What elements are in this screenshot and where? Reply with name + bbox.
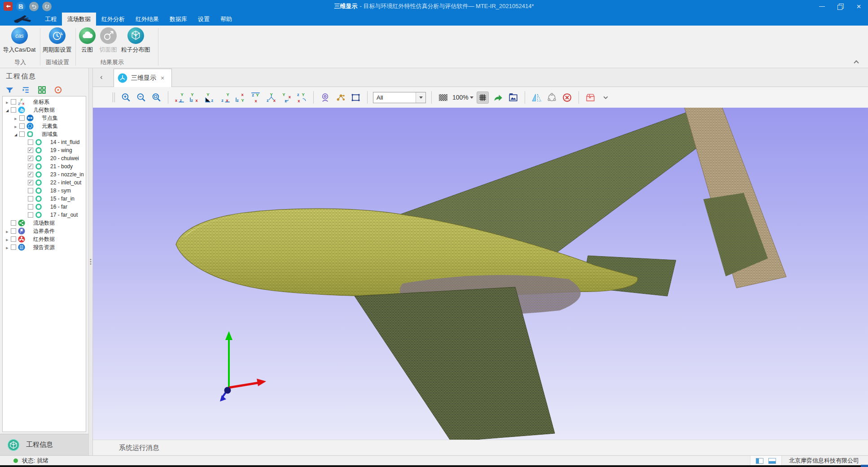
section-box-icon[interactable] xyxy=(584,92,596,104)
tree-expander-icon[interactable]: ▶ xyxy=(13,123,18,129)
panel-splitter[interactable]: ••• xyxy=(88,68,93,455)
grid-toggle-icon[interactable] xyxy=(477,92,489,104)
display-filter-combo[interactable]: All xyxy=(373,92,426,103)
tree-row-报告资源[interactable]: ▶报告资源 xyxy=(3,243,86,251)
tree-row-20---chuiwei[interactable]: 20 - chuiwei xyxy=(3,154,86,162)
close-icon[interactable]: × xyxy=(856,4,862,9)
menu-item-1[interactable]: 流场数据 xyxy=(62,13,96,26)
ribbon-button-4[interactable]: 粒子分布图 xyxy=(111,27,160,54)
ambient-sphere-icon[interactable] xyxy=(546,92,558,104)
undo-icon[interactable] xyxy=(29,2,39,11)
tree-expander-icon[interactable]: ◢ xyxy=(13,131,18,137)
tree-row-红外数据[interactable]: ▶红外数据 xyxy=(3,235,86,243)
grid-view-icon[interactable] xyxy=(37,85,47,95)
tab-scroll-left-icon[interactable]: ‹ xyxy=(100,73,103,82)
front-view-icon[interactable]: xzY xyxy=(174,92,186,104)
tree-checkbox[interactable] xyxy=(28,180,33,185)
log-panel-header[interactable]: 系统运行消息 xyxy=(93,440,868,455)
layout-bottom-icon[interactable] xyxy=(768,458,776,464)
tree-list-icon[interactable] xyxy=(21,85,31,95)
tree-row-流场数据[interactable]: 流场数据 xyxy=(3,219,86,227)
tree-row-19---wing[interactable]: 19 - wing xyxy=(3,146,86,154)
tree-row-21---body[interactable]: 21 - body xyxy=(3,162,86,170)
top-view-icon[interactable]: zYx xyxy=(235,92,247,104)
save-icon[interactable] xyxy=(16,2,26,11)
tree-checkbox[interactable] xyxy=(19,131,25,137)
tree-row-17---far_out[interactable]: 17 - far_out xyxy=(3,211,86,219)
rotate-view-ccw-icon[interactable]: Yxz xyxy=(281,92,293,104)
bottom-view-icon[interactable]: zYx xyxy=(250,92,262,104)
tree-checkbox[interactable] xyxy=(28,196,33,201)
tree-row-面域集[interactable]: ◢面域集 xyxy=(3,130,86,138)
tree-row-几何数据[interactable]: ◢几何数据 xyxy=(3,106,86,114)
isometric-view-icon[interactable]: zxY xyxy=(265,92,277,104)
zoom-in-icon[interactable] xyxy=(120,92,132,104)
tree-checkbox[interactable] xyxy=(11,107,16,113)
tree-row-23---nozzle_in[interactable]: 23 - nozzle_in xyxy=(3,170,86,179)
tree-checkbox[interactable] xyxy=(28,188,33,193)
locate-icon[interactable] xyxy=(53,85,63,95)
tree-expander-icon[interactable]: ◢ xyxy=(4,107,10,113)
tab-3d-view[interactable]: 三维显示 × xyxy=(114,69,172,87)
menu-item-6[interactable]: 帮助 xyxy=(215,13,237,26)
menu-item-5[interactable]: 设置 xyxy=(193,13,215,26)
tree-checkbox[interactable] xyxy=(28,148,33,153)
tree-checkbox[interactable] xyxy=(28,156,33,161)
tree-expander-icon[interactable]: ▶ xyxy=(4,228,10,234)
tree-checkbox[interactable] xyxy=(28,164,33,169)
toolbar-grip[interactable] xyxy=(113,92,115,102)
tree-checkbox[interactable] xyxy=(28,212,33,218)
layout-left-icon[interactable] xyxy=(756,458,763,464)
zoom-fit-icon[interactable] xyxy=(150,92,162,104)
tree-checkbox[interactable] xyxy=(11,228,16,234)
mirror-icon[interactable] xyxy=(530,92,543,104)
menu-item-0[interactable]: 工程 xyxy=(39,13,62,26)
viewport-3d[interactable] xyxy=(93,108,868,440)
redo-icon[interactable] xyxy=(42,2,52,11)
panel-bottom-tab[interactable]: 工程信息 xyxy=(0,434,88,455)
app-icon[interactable] xyxy=(4,2,13,11)
snapshot-icon[interactable] xyxy=(507,92,519,104)
combo-dropdown-icon[interactable] xyxy=(416,92,425,103)
apply-arrow-icon[interactable] xyxy=(492,92,504,104)
tree-checkbox[interactable] xyxy=(11,244,16,250)
tree-checkbox[interactable] xyxy=(28,204,33,209)
tree-checkbox[interactable] xyxy=(11,99,16,105)
tree-checkbox[interactable] xyxy=(11,220,16,226)
left-view-icon[interactable]: xzY xyxy=(204,92,216,104)
collapse-ribbon-icon[interactable] xyxy=(854,60,858,64)
right-view-icon[interactable]: zxY xyxy=(219,92,232,104)
tree-checkbox[interactable] xyxy=(19,115,25,121)
tree-checkbox[interactable] xyxy=(19,123,25,129)
zoom-out-icon[interactable] xyxy=(135,92,147,104)
tree-expander-icon[interactable]: ▶ xyxy=(4,99,10,105)
splitter-handle[interactable]: ••• xyxy=(90,258,92,265)
filter-icon[interactable] xyxy=(4,85,14,95)
tree-checkbox[interactable] xyxy=(11,236,16,242)
maximize-icon[interactable] xyxy=(837,4,843,9)
menu-item-2[interactable]: 红外分析 xyxy=(96,13,130,26)
probe-camera-icon[interactable] xyxy=(319,92,331,104)
particle-trace-icon[interactable] xyxy=(334,92,346,104)
tree-row-坐标系[interactable]: ▶YZX坐标系 xyxy=(3,98,86,106)
tree-row-18---sym[interactable]: 18 - sym xyxy=(3,187,86,195)
menu-item-3[interactable]: 红外结果 xyxy=(130,13,164,26)
minimize-icon[interactable] xyxy=(819,4,825,9)
tree-row-边界条件[interactable]: ▶边界条件 xyxy=(3,227,86,235)
tree-row-22---inlet_out[interactable]: 22 - inlet_out xyxy=(3,179,86,187)
tree-expander-icon[interactable]: ▶ xyxy=(4,236,10,242)
tree-row-元素集[interactable]: ▶元素集 xyxy=(3,122,86,130)
tab-close-icon[interactable]: × xyxy=(161,74,164,82)
more-caret-icon[interactable] xyxy=(600,92,612,104)
tree-row-节点集[interactable]: ▶节点集 xyxy=(3,114,86,122)
zoom-level-dropdown[interactable]: 100% xyxy=(452,94,473,101)
tree-expander-icon[interactable]: ▶ xyxy=(4,244,10,250)
tree-checkbox[interactable] xyxy=(28,140,33,145)
rotate-view-cw-icon[interactable]: zYx xyxy=(296,92,308,104)
selection-box-icon[interactable] xyxy=(350,92,362,104)
menu-item-4[interactable]: 数据库 xyxy=(164,13,193,26)
back-view-icon[interactable]: zxY xyxy=(189,92,201,104)
transparency-icon[interactable] xyxy=(437,92,449,104)
tree-row-16---far[interactable]: 16 - far xyxy=(3,203,86,211)
remove-result-icon[interactable] xyxy=(561,92,573,104)
